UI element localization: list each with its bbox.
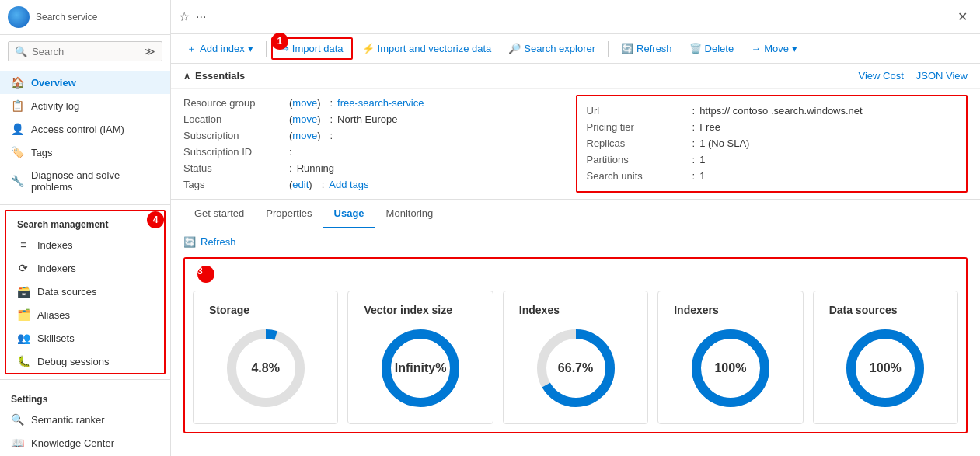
card-title-indexes: Indexes [519, 304, 560, 316]
tags-edit-link[interactable]: edit [292, 179, 309, 190]
refresh-label: Refresh [636, 43, 672, 54]
sidebar-item-aliases[interactable]: 🗂️ Aliases [6, 303, 164, 326]
import-data-button[interactable]: ⇒ Import data 1 [271, 37, 353, 60]
usage-refresh-button[interactable]: 🔄 Refresh [183, 236, 236, 248]
sidebar-item-knowledge-center[interactable]: 📖 Knowledge Center [0, 431, 170, 454]
import-data-label: Import data [292, 43, 344, 54]
tab-monitoring[interactable]: Monitoring [375, 200, 445, 228]
import-vectorize-label: Import and vectorize data [378, 43, 492, 54]
sidebar-item-access-control-label: Access control (IAM) [31, 124, 124, 135]
usage-refresh-icon: 🔄 [183, 236, 196, 248]
favorite-icon[interactable]: ☆ [179, 9, 190, 24]
location-label: Location [183, 113, 284, 125]
usage-card-indexes: Indexes 66.7% [503, 291, 648, 424]
replicas-row: Replicas : 1 (No SLA) [587, 135, 957, 151]
search-units-value: 1 [699, 170, 705, 182]
sidebar-divider-1 [0, 204, 170, 205]
import-vectorize-icon: ⚡ [362, 43, 375, 54]
sidebar-item-indexers[interactable]: ⟳ Indexers [6, 256, 164, 280]
subscription-id-row: Subscription ID : [183, 144, 560, 160]
move-button[interactable]: → Move ▾ [743, 39, 805, 58]
refresh-button[interactable]: 🔄 Refresh [613, 39, 680, 58]
status-row: Status : Running [183, 160, 560, 176]
toolbar: ＋ Add index ▾ ⇒ Import data 1 ⚡ Import a… [171, 34, 980, 64]
sidebar-item-knowledge-center-label: Knowledge Center [31, 437, 114, 449]
resource-group-move-link[interactable]: move [292, 97, 317, 109]
sidebar-item-skillsets-label: Skillsets [37, 332, 75, 344]
sidebar-item-data-sources[interactable]: 🗃️ Data sources [6, 280, 164, 303]
view-cost-link[interactable]: View Cost [858, 70, 903, 82]
sidebar-item-indexes[interactable]: ≡ Indexes [6, 233, 164, 256]
url-value: https:// contoso .search.windows.net [699, 105, 863, 117]
usage-cards-wrapper: 3 Storage 4.8% Vector index size Infinit… [183, 257, 968, 433]
sidebar-item-overview[interactable]: 🏠 Overview [0, 71, 170, 94]
diagnose-icon: 🔧 [11, 175, 23, 187]
azure-logo [8, 6, 30, 28]
tab-get-started[interactable]: Get started [183, 200, 255, 228]
card-title-vector-index-size: Vector index size [364, 304, 452, 316]
sidebar-item-activity-log[interactable]: 📋 Activity log [0, 94, 170, 117]
close-button[interactable]: ✕ [953, 8, 972, 26]
sidebar-item-access-control[interactable]: 👤 Access control (IAM) [0, 117, 170, 141]
toolbar-sep-1 [266, 41, 267, 57]
add-index-label: Add index [200, 43, 245, 54]
resource-group-value[interactable]: free-search-service [337, 97, 424, 109]
essentials-chevron: ∧ [183, 71, 190, 82]
sidebar-item-tags-label: Tags [31, 147, 52, 158]
essentials-left: Resource group (move) : free-search-serv… [183, 95, 576, 193]
search-explorer-label: Search explorer [524, 43, 595, 54]
donut-data-sources: 100% [842, 325, 928, 411]
add-icon: ＋ [187, 42, 197, 56]
access-control-icon: 👤 [11, 123, 23, 135]
subscription-move-link[interactable]: move [292, 130, 317, 141]
move-label: Move [764, 43, 789, 54]
donut-vector-index-size: Infinity% [378, 325, 463, 411]
sidebar-item-tags[interactable]: 🏷️ Tags [0, 141, 170, 164]
donut-indexers: 100% [688, 325, 773, 411]
card-title-indexers: Indexers [674, 304, 719, 316]
tab-properties[interactable]: Properties [255, 200, 323, 228]
subscription-row: Subscription (move) : [183, 127, 560, 144]
replicas-value: 1 (No SLA) [699, 137, 749, 149]
settings-header: Settings [0, 386, 170, 408]
usage-cards: Storage 4.8% Vector index size Infinity%… [193, 291, 958, 424]
knowledge-center-icon: 📖 [11, 437, 23, 449]
tab-usage[interactable]: Usage [323, 200, 375, 228]
sidebar-search-input[interactable] [32, 46, 139, 57]
search-management-header: Search management [6, 211, 164, 233]
resource-group-row: Resource group (move) : free-search-serv… [183, 95, 560, 111]
donut-label-data-sources: 100% [870, 361, 902, 375]
essentials-title: Essentials [195, 70, 245, 82]
sidebar-item-debug-sessions[interactable]: 🐛 Debug sessions [6, 350, 164, 373]
sidebar-item-diagnose[interactable]: 🔧 Diagnose and solve problems [0, 164, 170, 198]
sidebar-item-aliases-label: Aliases [37, 309, 70, 321]
service-label: Search service [36, 12, 97, 23]
donut-label-storage: 4.8% [251, 361, 279, 375]
aliases-icon: 🗂️ [17, 308, 30, 321]
move-icon: → [751, 43, 761, 54]
sidebar-item-semantic-ranker[interactable]: 🔍 Semantic ranker [0, 408, 170, 431]
activity-log-icon: 📋 [11, 99, 23, 112]
sidebar-item-data-sources-label: Data sources [37, 286, 97, 298]
indexes-icon: ≡ [17, 238, 30, 251]
search-explorer-button[interactable]: 🔎 Search explorer [500, 39, 603, 58]
tags-add-link[interactable]: Add tags [329, 179, 368, 190]
json-view-link[interactable]: JSON View [916, 70, 968, 82]
topbar: ☆ ··· ✕ [171, 0, 980, 34]
collapse-button[interactable]: ≫ [144, 45, 155, 57]
section-badge-3: 3 [197, 266, 214, 283]
sidebar-item-diagnose-label: Diagnose and solve problems [31, 169, 159, 193]
import-vectorize-button[interactable]: ⚡ Import and vectorize data [354, 39, 500, 58]
sidebar-search-container[interactable]: 🔍 ≫ [8, 41, 162, 61]
sidebar-item-skillsets[interactable]: 👥 Skillsets [6, 326, 164, 350]
search-management-section: Search management ≡ Indexes ⟳ Indexers 🗃… [5, 210, 166, 374]
location-move-link[interactable]: move [292, 113, 317, 125]
delete-button[interactable]: 🗑️ Delete [682, 39, 742, 58]
search-units-label: Search units [587, 170, 688, 182]
more-options-icon[interactable]: ··· [196, 10, 206, 24]
search-explorer-icon: 🔎 [508, 43, 521, 54]
subscription-id-label: Subscription ID [183, 146, 284, 158]
add-index-button[interactable]: ＋ Add index ▾ [179, 38, 261, 60]
debug-sessions-icon: 🐛 [17, 355, 30, 367]
semantic-ranker-icon: 🔍 [11, 413, 23, 426]
